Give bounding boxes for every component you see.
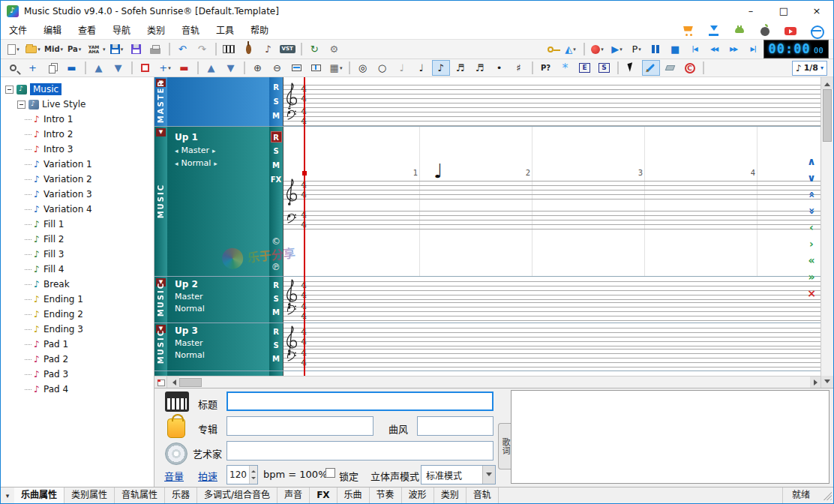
tree-group-row[interactable]: Live Style: [1, 97, 154, 112]
tree-root-label[interactable]: Music: [30, 83, 62, 95]
region-button[interactable]: [136, 60, 154, 76]
scroll-up-button[interactable]: [821, 77, 833, 89]
collapse-toggle-icon[interactable]: [5, 86, 14, 94]
tree-item[interactable]: Pad 2: [1, 352, 154, 367]
master-header[interactable]: [167, 77, 269, 126]
master-staff-area[interactable]: 44 44: [283, 77, 822, 126]
lyrics-textarea[interactable]: [511, 390, 830, 484]
nav-down-button[interactable]: ∨: [803, 171, 820, 185]
nav-last-button[interactable]: »: [803, 270, 820, 284]
youtube-icon[interactable]: [784, 24, 797, 38]
tree-item[interactable]: Ending 2: [1, 307, 154, 322]
tree-item[interactable]: Fill 3: [1, 247, 154, 262]
pen-tool-button[interactable]: [642, 60, 660, 76]
tempo-value[interactable]: 120: [227, 466, 249, 484]
download-icon[interactable]: [707, 24, 721, 38]
scroll-left-button[interactable]: [167, 376, 179, 388]
copyright-tool-button[interactable]: C: [681, 60, 699, 76]
undo-button[interactable]: ↶: [174, 41, 192, 57]
nav-first-button[interactable]: «: [803, 254, 820, 268]
spin-down-button[interactable]: [250, 475, 257, 484]
solo-button[interactable]: S: [271, 96, 282, 107]
stop-button[interactable]: ■: [667, 41, 685, 57]
tree-item[interactable]: Variation 3: [1, 187, 154, 202]
menu-item[interactable]: 导航: [104, 22, 139, 40]
tree-item[interactable]: Pad 4: [1, 382, 154, 397]
fx-button[interactable]: FX: [271, 176, 282, 184]
track-patch-selector[interactable]: ◂ Normal ▸: [175, 158, 269, 168]
event-view-button[interactable]: E: [576, 60, 594, 76]
collapse-section-icon[interactable]: ▼: [156, 128, 166, 136]
nav-delete-button[interactable]: ×: [803, 286, 820, 301]
track-patch-selector[interactable]: Normal: [175, 350, 269, 360]
tree-item[interactable]: Intro 1: [1, 112, 154, 127]
shift-down-button[interactable]: ▼: [222, 60, 240, 76]
next-arrow-icon[interactable]: ▸: [214, 160, 218, 167]
thirtysecond-note-button[interactable]: ♬: [471, 60, 489, 76]
maximize-button[interactable]: □: [767, 1, 800, 22]
insert-button[interactable]: + ▾: [156, 60, 174, 76]
solo-button[interactable]: S: [271, 293, 282, 304]
record-arm-button[interactable]: R: [271, 326, 282, 338]
print-button[interactable]: [147, 41, 165, 57]
volume-link[interactable]: 音量: [164, 469, 184, 483]
dot-button[interactable]: •: [490, 60, 508, 76]
redo-button[interactable]: ↷: [194, 41, 212, 57]
mute-button[interactable]: M: [271, 160, 282, 171]
mute-button[interactable]: M: [271, 307, 282, 318]
close-button[interactable]: ×: [800, 1, 833, 22]
artist-input[interactable]: [226, 441, 494, 460]
solo-button[interactable]: S: [271, 340, 282, 351]
resize-grip[interactable]: [822, 490, 832, 500]
record-arm-button[interactable]: R: [271, 131, 282, 142]
eraser-tool-button[interactable]: [662, 60, 680, 76]
track-bank-selector[interactable]: Master: [175, 338, 269, 348]
title-input[interactable]: [226, 392, 494, 411]
fast-forward-button[interactable]: ▶▶: [725, 41, 743, 57]
sixteenth-note-button[interactable]: ♬: [452, 60, 470, 76]
store-cart-icon[interactable]: [682, 24, 695, 38]
split-view-icon[interactable]: [154, 376, 167, 388]
tree-item[interactable]: Pad 1: [1, 337, 154, 352]
bottom-tab[interactable]: 类别属性: [64, 488, 115, 503]
up1-staff-area[interactable]: 1234 44 44 ♩: [283, 127, 822, 276]
quarter-note-button[interactable]: ♩: [412, 60, 430, 76]
bottom-tab[interactable]: 乐曲属性: [14, 488, 64, 503]
bottom-tab[interactable]: FX: [310, 488, 337, 503]
bottom-tab[interactable]: 多调式/组合音色: [197, 488, 278, 503]
sharp-button[interactable]: ♯: [510, 60, 528, 76]
panel-collapse-button[interactable]: ▾: [1, 492, 14, 500]
eighth-note-button[interactable]: ♪: [432, 60, 450, 76]
bottom-tab[interactable]: 波形: [402, 488, 434, 503]
dropdown-button[interactable]: [482, 466, 495, 484]
minimize-button[interactable]: –: [734, 1, 767, 22]
whole-note-button[interactable]: ○: [374, 60, 392, 76]
tempo-link[interactable]: 拍速: [198, 469, 218, 483]
android-icon[interactable]: [733, 24, 746, 38]
track-bank-selector[interactable]: ◂ Master ▸: [175, 146, 269, 155]
up3-header[interactable]: Up 3 Master Normal: [167, 323, 269, 370]
remove-button[interactable]: ▬: [63, 60, 81, 76]
record-arm-button[interactable]: R: [271, 280, 282, 291]
refresh-button[interactable]: ↻: [306, 41, 324, 57]
up1-strip[interactable]: ▼ MUSIC: [154, 127, 167, 276]
tree-item[interactable]: Ending 3: [1, 322, 154, 337]
note-duration-select[interactable]: ♪ 1/8 ▾: [792, 61, 827, 76]
prev-arrow-icon[interactable]: ◂: [175, 147, 178, 154]
tree-item[interactable]: Fill 4: [1, 262, 154, 277]
notation-button[interactable]: ♪: [260, 41, 278, 57]
tree-item[interactable]: Variation 1: [1, 157, 154, 172]
tree-item[interactable]: Fill 2: [1, 232, 154, 247]
yamaha-export-button[interactable]: YAM AHA ▾: [85, 41, 106, 57]
tree-item[interactable]: Pad 3: [1, 367, 154, 382]
play-button[interactable]: ▶ ▾: [608, 41, 626, 57]
nav-left-button[interactable]: ‹: [803, 220, 820, 235]
license-key-button[interactable]: [542, 41, 560, 57]
pa-export-button[interactable]: Pa ▾: [65, 41, 83, 57]
save-button[interactable]: ▾: [108, 41, 126, 57]
bottom-tab[interactable]: 音轨: [466, 488, 499, 503]
bottom-tab[interactable]: 音轨属性: [115, 488, 165, 503]
master-strip[interactable]: ▼ MASTER: [154, 77, 167, 126]
tree-item[interactable]: Fill 1: [1, 217, 154, 232]
settings-button[interactable]: ⚙: [326, 41, 344, 57]
